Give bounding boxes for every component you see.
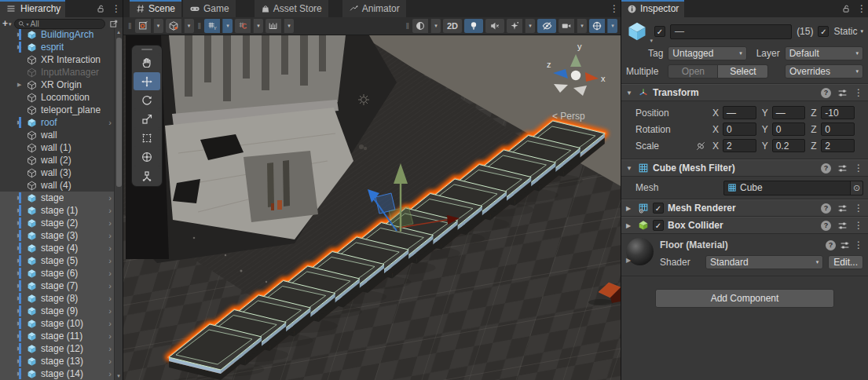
gizmo-cube-dropdown-icon[interactable]: ▾ [184,19,194,33]
inspector-lock-icon[interactable] [840,2,852,15]
hierarchy-item-stage-2[interactable]: ▶stage (2)› [0,217,114,229]
rotation-x-field[interactable]: 0 [723,122,756,136]
shader-dropdown[interactable]: Standard▾ [705,255,823,269]
presets-icon[interactable] [837,203,848,214]
search-filter-dropdown-icon[interactable]: ▾ [27,21,29,27]
grid-visibility-dropdown-icon[interactable]: ▾ [222,19,233,33]
tab-animator[interactable]: Animator [342,0,406,17]
open-prefab-button[interactable]: Open [668,64,718,79]
component-menu-icon[interactable]: ⋮ [854,221,863,230]
hierarchy-item-roof[interactable]: ▶roof› [0,116,114,129]
foldout-icon[interactable]: ▼ [626,165,634,172]
help-icon[interactable]: ? [821,203,831,214]
effects-button[interactable] [507,19,522,33]
gameobject-cube-icon[interactable]: ▾ [626,20,648,42]
foldout-icon[interactable]: ▶ [626,205,634,212]
hierarchy-item-inputmanager[interactable]: InputManager [0,66,114,79]
presets-icon[interactable] [837,221,848,231]
gizmos-toggle-button[interactable] [589,19,605,33]
box-collider-header[interactable]: ▶ ✓ Box Collider ? ⋮ [621,217,868,234]
hierarchy-item-stage-1[interactable]: ▶stage (1)› [0,204,114,217]
object-picker-icon[interactable]: ⊙ [850,181,863,195]
draw-mode-dropdown-icon[interactable]: ▾ [153,19,163,33]
tab-scene[interactable]: Scene [130,0,181,17]
inspector-menu-icon[interactable]: ⋮ [857,4,866,13]
hierarchy-item-locomotion[interactable]: Locomotion [0,91,114,104]
scene-visibility-button[interactable] [537,19,556,33]
select-prefab-button[interactable]: Select [718,64,768,79]
static-checkbox[interactable]: ✓ [818,26,829,37]
open-prefab-arrow-icon[interactable]: › [108,306,112,316]
scrollbar-thumb[interactable] [116,38,122,187]
snap-increment-button[interactable] [235,19,251,33]
open-prefab-arrow-icon[interactable]: › [108,231,112,240]
perspective-label[interactable]: < Persp [552,111,585,122]
position-y-field[interactable]: — [772,106,806,119]
open-prefab-arrow-icon[interactable]: › [108,118,112,127]
open-prefab-arrow-icon[interactable]: › [108,243,112,253]
presets-icon[interactable] [837,163,848,174]
hierarchy-item-stage-4[interactable]: ▶stage (4)› [0,242,114,254]
open-prefab-arrow-icon[interactable]: › [108,206,112,215]
hierarchy-item-wall-4[interactable]: wall (4) [0,179,114,192]
position-x-field[interactable]: — [723,106,756,119]
hierarchy-item-stage-14[interactable]: ▶stage (14)› [0,367,114,380]
static-dropdown-icon[interactable]: ▾ [860,28,863,35]
shading-mode-dropdown-icon[interactable]: ▾ [430,19,441,33]
hierarchy-item-wall-3[interactable]: wall (3) [0,166,114,179]
palette-drag-handle[interactable] [141,49,152,50]
hierarchy-item-stage[interactable]: ▶stage› [0,192,114,204]
grid-visibility-button[interactable]: Y [204,19,220,33]
hand-tool[interactable] [134,53,160,71]
hierarchy-scrollbar[interactable]: ▴ ▾ [114,28,123,380]
lock-icon[interactable] [94,2,107,15]
gizmos-dropdown-icon[interactable]: ▾ [607,19,617,33]
collider-enabled-checkbox[interactable]: ✓ [653,220,664,231]
tab-inspector[interactable]: Inspector [621,0,684,17]
hierarchy-item-teleport-plane[interactable]: teleport_plane [0,104,114,116]
foldout-icon[interactable]: ▶ [626,222,634,229]
open-prefab-arrow-icon[interactable]: › [108,256,112,265]
add-component-button[interactable]: Add Component [655,289,834,308]
hierarchy-search-input[interactable]: ▾ All [14,19,105,29]
hierarchy-item-wall-2[interactable]: wall (2) [0,154,114,166]
material-foldout-icon[interactable]: ▶ [626,257,631,264]
hierarchy-item-stage-7[interactable]: ▶stage (7)› [0,280,114,292]
icon-dropdown-arrow[interactable]: ▾ [650,38,653,44]
presets-icon[interactable] [837,88,848,98]
overrides-dropdown[interactable]: Overrides▾ [785,64,863,79]
rect-tool[interactable] [134,129,160,147]
scene-lighting-button[interactable] [464,19,483,33]
scale-z-field[interactable]: 2 [821,139,855,152]
snap-size-dropdown-icon[interactable]: ▾ [284,19,294,33]
open-prefab-arrow-icon[interactable]: › [108,356,112,366]
open-prefab-arrow-icon[interactable]: › [108,193,112,203]
open-prefab-arrow-icon[interactable]: › [108,369,112,378]
camera-settings-button[interactable] [559,19,574,33]
constrain-proportions-icon[interactable] [695,141,712,152]
snap-size-button[interactable] [266,19,281,33]
scroll-down-icon[interactable]: ▾ [117,372,120,380]
component-menu-icon[interactable]: ⋮ [854,88,863,97]
hierarchy-item-stage-5[interactable]: ▶stage (5)› [0,254,114,267]
help-icon[interactable]: ? [821,221,831,231]
renderer-enabled-checkbox[interactable]: ✓ [653,203,664,214]
open-prefab-arrow-icon[interactable]: › [108,331,112,341]
open-prefab-arrow-icon[interactable]: › [108,281,112,290]
mesh-object-field[interactable]: Cube ⊙ [723,181,863,195]
open-prefab-arrow-icon[interactable]: › [108,269,112,278]
gameobject-name-field[interactable]: — [670,24,792,39]
rotation-z-field[interactable]: 0 [821,122,855,136]
transform-tool[interactable] [134,148,160,166]
help-icon[interactable]: ? [821,88,831,98]
camera-dropdown-icon[interactable]: ▾ [577,19,587,33]
tab-asset-store[interactable]: Asset Store [255,0,328,17]
audio-mute-button[interactable] [485,19,504,33]
component-menu-icon[interactable]: ⋮ [854,203,863,213]
component-menu-icon[interactable]: ⋮ [854,240,863,250]
hierarchy-item-buildingarch[interactable]: ▶BuildingArch [0,28,114,41]
hierarchy-item-stage-8[interactable]: ▶stage (8)› [0,292,114,305]
scene-menu-icon[interactable]: ⋮ [610,4,619,13]
custom-tool[interactable] [134,166,160,185]
gizmo-cube-button[interactable] [166,19,181,33]
